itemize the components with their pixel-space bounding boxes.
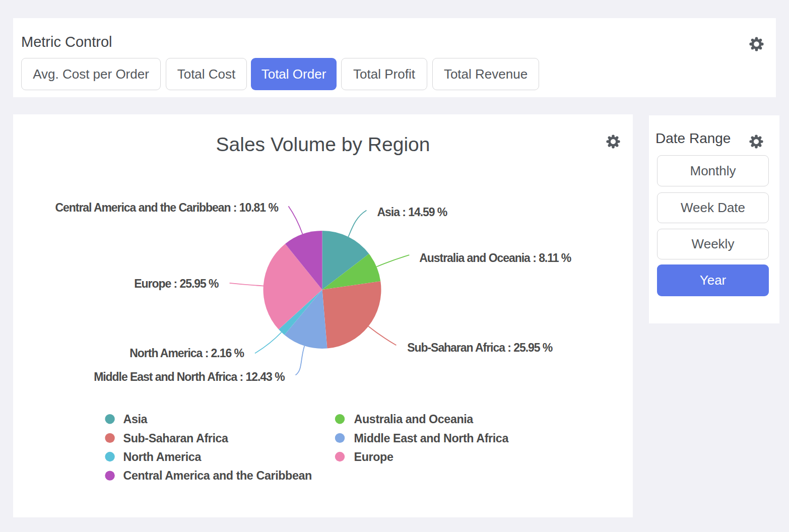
svg-text:Middle East and North Africa: Middle East and North Africa (354, 432, 509, 445)
svg-text:Asia: Asia (123, 413, 148, 426)
svg-text:Australia and Oceania : 8.11 %: Australia and Oceania : 8.11 % (419, 251, 571, 264)
svg-text:Middle East and North Africa :: Middle East and North Africa : 12.43 % (94, 370, 285, 383)
svg-text:Europe : 25.95 %: Europe : 25.95 % (134, 277, 219, 290)
svg-text:Australia and Oceania: Australia and Oceania (354, 413, 474, 426)
svg-text:Asia : 14.59 %: Asia : 14.59 % (377, 206, 447, 219)
svg-text:Europe: Europe (354, 450, 393, 463)
svg-text:Sub-Saharan Africa: Sub-Saharan Africa (123, 432, 229, 445)
svg-text:Sub-Saharan Africa : 25.95 %: Sub-Saharan Africa : 25.95 % (407, 341, 553, 354)
svg-text:Central America and the Caribb: Central America and the Caribbean : 10.8… (55, 201, 279, 214)
svg-text:Central America and the Caribb: Central America and the Caribbean (123, 469, 312, 482)
svg-text:Sales Volume by Region: Sales Volume by Region (216, 134, 430, 155)
svg-text:North America : 2.16 %: North America : 2.16 % (129, 347, 244, 360)
svg-text:North America: North America (123, 450, 202, 463)
